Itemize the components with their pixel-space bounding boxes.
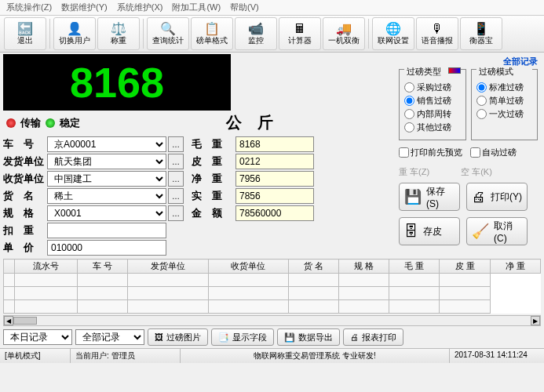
车　号-input[interactable]: 京A00001 bbox=[47, 136, 166, 152]
toolbar-退出[interactable]: 🔙退出 bbox=[4, 17, 46, 50]
column-header[interactable]: 皮 重 bbox=[440, 260, 490, 274]
toolbar-监控[interactable]: 📹监控 bbox=[235, 17, 277, 50]
显示字段-icon: 📑 bbox=[218, 332, 229, 343]
horizontal-scrollbar[interactable]: ◀▶ bbox=[3, 315, 541, 326]
toolbar: 🔙退出👤切换用户⚖️称重🔍查询统计📋磅单格式📹监控🖩计算器🚚一机双衡🌐联网设置🎙… bbox=[0, 16, 544, 53]
报表打印-button[interactable]: 🖨报表打印 bbox=[343, 328, 403, 346]
weigh-mode-group: 过磅模式 标准过磅简单过磅一次过磅 bbox=[471, 69, 539, 140]
user-status: 当前用户: 管理员 bbox=[71, 349, 181, 363]
语音播报-icon: 🎙 bbox=[431, 23, 444, 35]
toolbar-语音播报[interactable]: 🎙语音播报 bbox=[416, 17, 458, 50]
radio-简单过磅[interactable]: 简单过磅 bbox=[476, 95, 533, 107]
toolbar-查询统计[interactable]: 🔍查询统计 bbox=[147, 17, 189, 50]
监控-icon: 📹 bbox=[248, 23, 264, 35]
磅单格式-icon: 📋 bbox=[204, 23, 220, 35]
filter-select[interactable]: 本日记录 bbox=[3, 329, 72, 345]
切换用户-icon: 👤 bbox=[67, 23, 82, 35]
weight-display: 8168 bbox=[3, 54, 231, 111]
unit-label: 公 斤 bbox=[226, 112, 273, 133]
数据导出-icon: 💾 bbox=[284, 332, 295, 343]
browse-button[interactable]: … bbox=[168, 171, 184, 187]
radio-一次过磅[interactable]: 一次过磅 bbox=[476, 108, 533, 120]
color-indicator bbox=[448, 67, 461, 74]
column-header[interactable]: 收货单位 bbox=[208, 260, 288, 274]
tare-button[interactable]: 🗄存皮 bbox=[399, 217, 460, 245]
联网设置-icon: 🌐 bbox=[385, 23, 401, 35]
查询统计-icon: 🔍 bbox=[160, 23, 176, 35]
print-button[interactable]: 🖨打印(Y) bbox=[466, 183, 528, 211]
toolbar-衡器宝[interactable]: 📱衡器宝 bbox=[460, 17, 502, 50]
报表打印-icon: 🖨 bbox=[350, 332, 359, 342]
browse-button[interactable]: … bbox=[168, 136, 184, 152]
皮　重-field[interactable] bbox=[235, 154, 314, 169]
称重-icon: ⚖️ bbox=[111, 23, 126, 35]
过磅图片-button[interactable]: 🖼过磅图片 bbox=[148, 328, 208, 346]
toolbar-磅单格式[interactable]: 📋磅单格式 bbox=[191, 17, 233, 50]
发货单位-input[interactable]: 航天集团 bbox=[47, 154, 166, 169]
货　名-input[interactable]: 稀土 bbox=[47, 188, 166, 204]
browse-button[interactable]: … bbox=[168, 188, 184, 204]
toolbar-称重[interactable]: ⚖️称重 bbox=[97, 17, 140, 50]
weight-value: 8168 bbox=[70, 58, 164, 107]
save-button[interactable]: 💾保存(S) bbox=[399, 183, 460, 211]
system-name: 物联网称重交易管理系统 专业研发! bbox=[181, 349, 450, 363]
browse-button[interactable]: … bbox=[168, 205, 184, 221]
金　额-field[interactable] bbox=[235, 205, 314, 221]
auto-checkbox[interactable]: 自动过磅 bbox=[470, 147, 517, 158]
column-header[interactable]: 净 重 bbox=[490, 260, 540, 274]
menu-item[interactable]: 附加工具(W) bbox=[172, 2, 221, 13]
stable-led bbox=[46, 118, 55, 128]
显示字段-button[interactable]: 📑显示字段 bbox=[211, 328, 274, 346]
cancel-button[interactable]: 🧹取消(C) bbox=[466, 217, 528, 245]
衡器宝-icon: 📱 bbox=[473, 23, 489, 35]
transmit-led bbox=[6, 118, 16, 128]
净　重-field[interactable] bbox=[235, 171, 314, 187]
column-header[interactable]: 发货单位 bbox=[128, 260, 208, 274]
menubar: 系统操作(Z)数据维护(Y)系统维护(X)附加工具(W)帮助(V) bbox=[0, 0, 544, 16]
column-header[interactable]: 规 格 bbox=[338, 260, 389, 274]
扣　重-input[interactable] bbox=[47, 223, 166, 238]
column-header[interactable]: 货 名 bbox=[288, 260, 338, 274]
收货单位-input[interactable]: 中国建工 bbox=[47, 171, 166, 187]
过磅图片-icon: 🖼 bbox=[155, 332, 163, 342]
column-header[interactable]: 车 号 bbox=[78, 260, 128, 274]
heavy-car-button: 重 车(Z) bbox=[399, 166, 429, 178]
毛　重-field[interactable] bbox=[235, 136, 314, 152]
status-bar: [单机模式] 当前用户: 管理员 物联网称重交易管理系统 专业研发! 2017-… bbox=[0, 348, 544, 363]
toolbar-切换用户[interactable]: 👤切换用户 bbox=[53, 17, 96, 50]
单　价-input[interactable] bbox=[47, 240, 166, 256]
column-header[interactable]: 流水号 bbox=[15, 260, 78, 274]
规　格-input[interactable]: X0001 bbox=[47, 205, 166, 221]
radio-标准过磅[interactable]: 标准过磅 bbox=[476, 82, 533, 93]
menu-item[interactable]: 系统操作(Z) bbox=[6, 2, 52, 13]
stable-label: 稳定 bbox=[60, 116, 80, 130]
column-header[interactable]: 毛 重 bbox=[389, 260, 440, 274]
bottom-toolbar: 本日记录全部记录🖼过磅图片📑显示字段💾数据导出🖨报表打印 bbox=[0, 326, 544, 348]
toolbar-计算器[interactable]: 🖩计算器 bbox=[279, 17, 321, 50]
browse-button[interactable]: … bbox=[168, 154, 184, 169]
menu-item[interactable]: 系统维护(X) bbox=[117, 2, 163, 13]
radio-采购过磅[interactable]: 采购过磅 bbox=[404, 82, 461, 93]
datetime-status: 2017-08-31 14:11:24 bbox=[450, 349, 544, 363]
menu-item[interactable]: 帮助(V) bbox=[230, 2, 259, 13]
filter-type-group: 过磅类型 采购过磅销售过磅内部周转其他过磅 bbox=[399, 69, 466, 140]
一机双衡-icon: 🚚 bbox=[336, 23, 352, 35]
数据导出-button[interactable]: 💾数据导出 bbox=[277, 328, 340, 346]
transmit-label: 传输 bbox=[20, 116, 41, 130]
radio-销售过磅[interactable]: 销售过磅 bbox=[404, 95, 461, 107]
radio-内部周转[interactable]: 内部周转 bbox=[404, 108, 461, 120]
toolbar-联网设置[interactable]: 🌐联网设置 bbox=[372, 17, 414, 50]
filter-select[interactable]: 全部记录 bbox=[75, 329, 144, 345]
preview-checkbox[interactable]: 打印前先预览 bbox=[399, 147, 462, 158]
radio-其他过磅[interactable]: 其他过磅 bbox=[404, 122, 461, 133]
empty-car-button: 空 车(K) bbox=[461, 166, 492, 178]
退出-icon: 🔙 bbox=[17, 23, 33, 35]
toolbar-一机双衡[interactable]: 🚚一机双衡 bbox=[323, 17, 365, 50]
计算器-icon: 🖩 bbox=[294, 23, 306, 35]
menu-item[interactable]: 数据维护(Y) bbox=[61, 2, 108, 13]
records-table: 流水号车 号发货单位收货单位货 名规 格毛 重皮 重净 重 bbox=[3, 259, 541, 314]
实　重-field[interactable] bbox=[235, 188, 314, 204]
mode-status: [单机模式] bbox=[0, 349, 71, 363]
